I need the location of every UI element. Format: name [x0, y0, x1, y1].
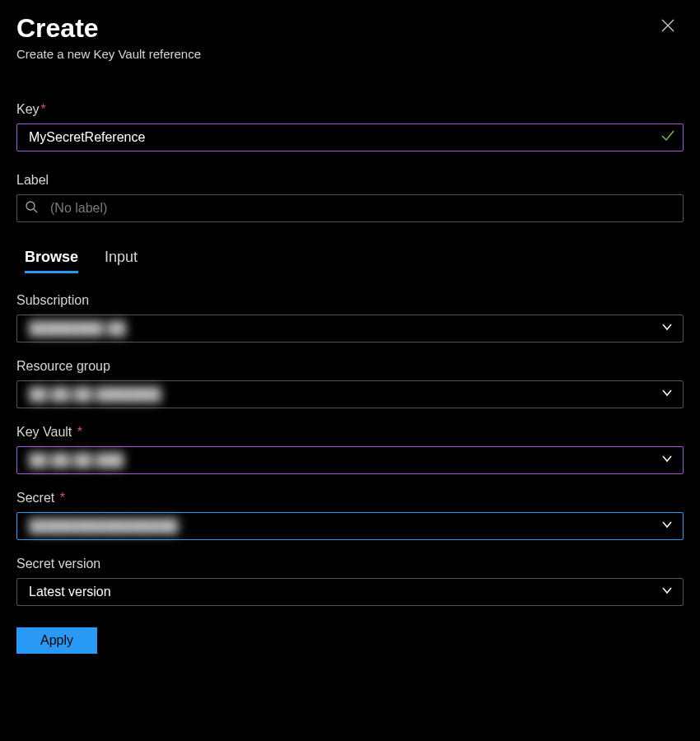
- key-vault-label-text: Key Vault: [16, 425, 72, 439]
- secret-version-select[interactable]: Latest version: [16, 578, 684, 606]
- page-title: Create: [16, 13, 201, 44]
- resource-group-select[interactable]: ██ ██ ██ ███████: [16, 380, 684, 408]
- resource-group-label: Resource group: [16, 359, 684, 374]
- secret-version-label: Secret version: [16, 557, 684, 571]
- subscription-label: Subscription: [16, 293, 684, 308]
- subscription-value: ████████ ██: [29, 321, 126, 336]
- key-vault-select[interactable]: ██ ██ ██ ███: [16, 446, 684, 474]
- chevron-down-icon: [661, 519, 673, 534]
- tab-input[interactable]: Input: [105, 249, 138, 273]
- secret-version-value: Latest version: [29, 585, 111, 599]
- required-asterisk: *: [56, 491, 65, 505]
- key-vault-label: Key Vault *: [16, 425, 684, 440]
- apply-button[interactable]: Apply: [16, 627, 97, 654]
- label-input[interactable]: [16, 194, 684, 222]
- secret-label: Secret *: [16, 491, 684, 506]
- key-label-text: Key: [16, 102, 40, 116]
- key-vault-value: ██ ██ ██ ███: [29, 453, 124, 468]
- close-button[interactable]: [660, 18, 675, 36]
- key-input[interactable]: [16, 124, 684, 151]
- subscription-select[interactable]: ████████ ██: [16, 315, 684, 343]
- tab-browse[interactable]: Browse: [25, 249, 78, 273]
- key-label: Key*: [16, 102, 684, 117]
- required-asterisk: *: [41, 102, 46, 116]
- close-icon: [660, 21, 675, 35]
- page-subtitle: Create a new Key Vault reference: [16, 47, 201, 61]
- label-field-label: Label: [16, 173, 684, 188]
- chevron-down-icon: [661, 585, 673, 599]
- chevron-down-icon: [661, 453, 673, 468]
- chevron-down-icon: [661, 321, 673, 336]
- tab-bar: Browse Input: [16, 249, 684, 273]
- chevron-down-icon: [661, 387, 673, 402]
- required-asterisk: *: [73, 425, 82, 439]
- secret-label-text: Secret: [16, 491, 54, 505]
- resource-group-value: ██ ██ ██ ███████: [29, 387, 161, 402]
- secret-select[interactable]: ████████████████: [16, 512, 684, 540]
- secret-value: ████████████████: [29, 519, 178, 534]
